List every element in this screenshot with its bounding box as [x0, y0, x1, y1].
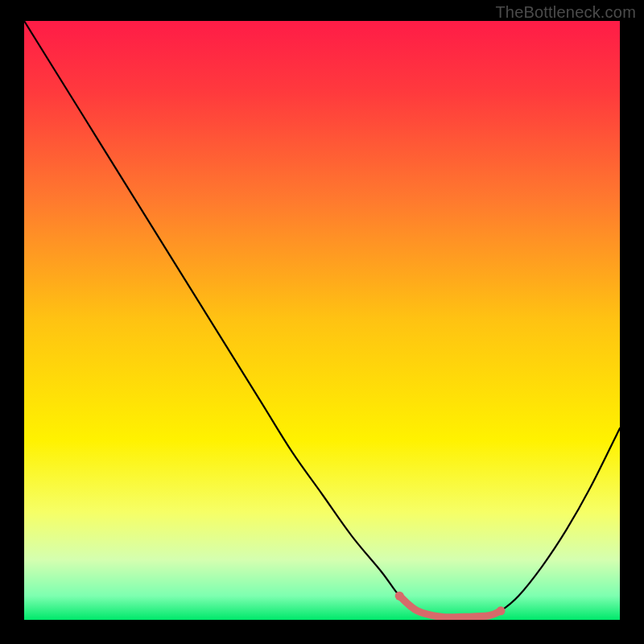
chart-frame: TheBottleneck.com	[0, 0, 644, 644]
chart-svg	[24, 21, 620, 620]
chart-plot-area	[24, 21, 620, 620]
sweet-spot-end-dot	[497, 606, 506, 615]
watermark-label: TheBottleneck.com	[495, 3, 636, 22]
gradient-fill	[24, 21, 620, 620]
sweet-spot-start-dot	[395, 592, 404, 601]
